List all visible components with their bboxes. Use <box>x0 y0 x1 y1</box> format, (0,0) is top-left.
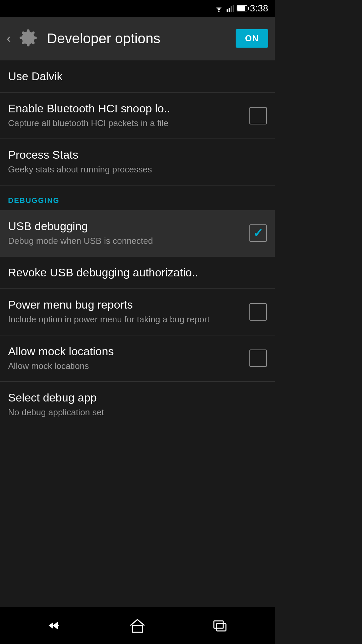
list-item[interactable]: Enable Bluetooth HCI snoop lo.. Capture … <box>0 93 275 139</box>
signal-icon <box>227 5 234 12</box>
process-stats-content: Process Stats Geeky stats about running … <box>8 148 267 175</box>
revoke-usb-title: Revoke USB debugging authorizatio.. <box>8 266 198 279</box>
svg-rect-3 <box>231 6 232 12</box>
developer-options-toggle[interactable]: ON <box>236 29 268 48</box>
app-bar-back-icon[interactable]: ‹ <box>7 32 11 46</box>
mock-locations-content: Allow mock locations Allow mock location… <box>8 345 249 372</box>
nav-back-button[interactable] <box>41 612 68 639</box>
select-debug-app-title: Select debug app <box>8 391 260 404</box>
nav-bar <box>0 607 275 644</box>
status-icons: 3:38 <box>214 3 268 14</box>
bluetooth-hci-subtitle: Capture all bluetooth HCI packets in a f… <box>8 117 243 129</box>
process-stats-subtitle: Geeky stats about running processes <box>8 163 260 175</box>
power-menu-bug-content: Power menu bug reports Include option in… <box>8 298 249 325</box>
list-item[interactable]: USB debugging Debug mode when USB is con… <box>0 210 275 257</box>
process-stats-title: Process Stats <box>8 148 260 161</box>
svg-point-0 <box>218 11 220 12</box>
usb-debugging-title: USB debugging <box>8 220 243 233</box>
usb-debugging-content: USB debugging Debug mode when USB is con… <box>8 220 249 247</box>
app-bar: ‹ Developer options ON <box>0 17 275 60</box>
list-item[interactable]: Use Dalvik <box>0 60 275 93</box>
bluetooth-hci-title: Enable Bluetooth HCI snoop lo.. <box>8 102 243 115</box>
svg-rect-8 <box>217 624 226 631</box>
mock-locations-subtitle: Allow mock locations <box>8 360 243 372</box>
select-debug-app-subtitle: No debug application set <box>8 406 260 418</box>
svg-rect-5 <box>53 625 59 626</box>
gear-icon-container <box>16 26 40 51</box>
settings-content: Use Dalvik Enable Bluetooth HCI snoop lo… <box>0 60 275 607</box>
mock-locations-checkbox[interactable] <box>249 350 267 367</box>
bluetooth-hci-checkbox[interactable] <box>249 107 267 124</box>
use-dalvik-title: Use Dalvik <box>8 70 62 83</box>
list-item[interactable]: Process Stats Geeky stats about running … <box>0 139 275 185</box>
select-debug-app-content: Select debug app No debug application se… <box>8 391 267 418</box>
power-menu-bug-title: Power menu bug reports <box>8 298 243 311</box>
gear-icon <box>17 27 40 50</box>
home-icon <box>129 618 146 633</box>
usb-debugging-checkbox[interactable] <box>249 224 267 242</box>
wifi-icon <box>214 5 224 12</box>
back-icon <box>46 620 63 632</box>
svg-rect-4 <box>233 5 234 12</box>
power-menu-bug-subtitle: Include option in power menu for taking … <box>8 313 243 325</box>
bluetooth-hci-content: Enable Bluetooth HCI snoop lo.. Capture … <box>8 102 249 129</box>
svg-rect-7 <box>214 621 223 628</box>
list-item[interactable]: Select debug app No debug application se… <box>0 382 275 428</box>
power-menu-bug-checkbox[interactable] <box>249 303 267 321</box>
debugging-section-header: DEBUGGING <box>0 185 275 210</box>
page-title: Developer options <box>47 31 236 47</box>
battery-icon <box>237 5 247 11</box>
recent-icon <box>212 618 229 633</box>
nav-home-button[interactable] <box>124 612 151 639</box>
usb-debugging-subtitle: Debug mode when USB is connected <box>8 235 243 247</box>
mock-locations-title: Allow mock locations <box>8 345 243 358</box>
list-item[interactable]: Power menu bug reports Include option in… <box>0 289 275 335</box>
status-bar: 3:38 <box>0 0 275 17</box>
status-time: 3:38 <box>250 3 268 14</box>
svg-rect-1 <box>227 9 228 12</box>
svg-rect-2 <box>229 8 230 12</box>
svg-rect-6 <box>132 626 142 632</box>
nav-recent-button[interactable] <box>207 612 234 639</box>
list-item[interactable]: Revoke USB debugging authorizatio.. <box>0 257 275 289</box>
list-item[interactable]: Allow mock locations Allow mock location… <box>0 335 275 382</box>
